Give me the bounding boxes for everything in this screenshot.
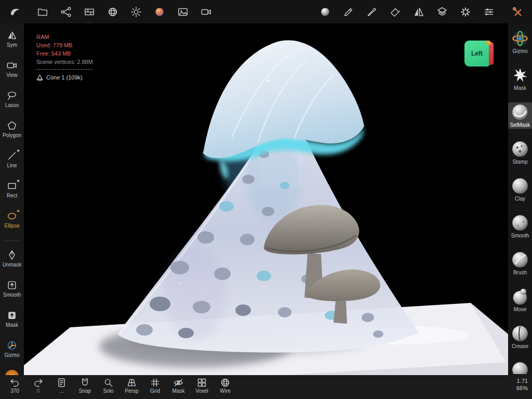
selected-object-row[interactable]: Cone 1 (109k) <box>36 73 93 82</box>
clipped-tool-item[interactable] <box>511 361 529 374</box>
ram-free: Free: 543 MB <box>36 49 93 58</box>
tool-item-mask[interactable]: Mask <box>508 65 532 92</box>
history-button[interactable]: ... <box>50 377 73 394</box>
tool-item-crease[interactable]: Crease <box>508 324 532 350</box>
clipped-rail-item[interactable] <box>5 370 19 375</box>
app-logo-button[interactable] <box>3 0 26 23</box>
tool-label: Mask <box>514 85 526 91</box>
action-item-gizmo[interactable]: Gizmo <box>0 340 24 358</box>
video-camera-icon <box>201 6 212 18</box>
undo-button[interactable]: 370 <box>3 377 26 394</box>
tool-item-selmask[interactable]: SelMask <box>508 102 532 129</box>
toggle-grid[interactable]: Grid <box>143 377 167 394</box>
scene-graph-button[interactable] <box>54 0 77 23</box>
polygon-icon <box>6 120 18 131</box>
viewport[interactable]: RAM Used: 779 MB Free: 543 MB Scene vert… <box>24 23 508 375</box>
voxel-cubes-icon <box>196 377 207 388</box>
matcap-button[interactable] <box>313 0 337 23</box>
layers-button[interactable] <box>430 0 454 23</box>
redo-button[interactable]: 0 <box>26 377 50 394</box>
stroke-item-label: Polygon <box>3 132 21 138</box>
tool-item-move[interactable]: Move <box>508 287 532 313</box>
paintbrush-icon <box>366 6 378 18</box>
image-button[interactable] <box>171 0 194 23</box>
interface-button[interactable] <box>477 0 500 23</box>
tool-item-stamp[interactable]: Stamp <box>508 139 532 166</box>
stroke-item-sym[interactable]: Sym <box>0 30 24 48</box>
tool-label: Clay <box>515 196 525 202</box>
toggle-persp[interactable]: Persp <box>120 377 143 394</box>
stroke-item-rect[interactable]: Rect <box>0 180 24 199</box>
pencil-button[interactable] <box>337 0 360 23</box>
scene-stats: RAM Used: 779 MB Free: 543 MB Scene vert… <box>36 33 93 82</box>
undo-count: 370 <box>10 388 19 394</box>
tool-item-brush[interactable]: Brush <box>508 250 532 276</box>
stroke-item-label: Sym <box>7 42 17 48</box>
action-item-mask[interactable]: Mask <box>0 310 24 328</box>
settings-button[interactable] <box>454 0 477 23</box>
tool-item-smooth[interactable]: Smooth <box>508 213 532 240</box>
view-cube-side-face[interactable] <box>489 42 494 65</box>
stroke-item-lasso[interactable]: Lasso <box>0 90 24 109</box>
toggle-voxel[interactable]: Voxel <box>190 377 214 394</box>
debug-tools-button[interactable] <box>506 0 529 23</box>
top-toolbar: ... <box>0 0 532 23</box>
stroke-item-view[interactable]: View <box>0 60 24 78</box>
camera-button[interactable] <box>194 0 218 23</box>
environment-sphere-icon <box>154 6 165 18</box>
tool-item-gizmo[interactable]: Gizmo <box>508 29 532 55</box>
selected-object-name: Cone 1 (109k) <box>46 73 83 82</box>
toggle-wire[interactable]: Wire <box>214 377 237 394</box>
action-item-unmask[interactable]: Unmask <box>0 249 24 268</box>
action-item-label: Smooth <box>3 292 21 298</box>
tool-label: Move <box>514 307 526 312</box>
crease-sphere-icon <box>511 324 529 343</box>
toggle-mask-visibility[interactable]: Mask <box>167 377 190 394</box>
toggle-snap[interactable]: Snap <box>73 377 97 394</box>
sculpt-scene <box>24 23 508 375</box>
lighting-button[interactable] <box>124 0 148 23</box>
view-cube-left-face[interactable]: Left <box>464 41 489 66</box>
bottom-toolbar: 370 0 ... Snap Solo <box>0 375 532 399</box>
perspective-grid-icon <box>126 377 137 388</box>
toggle-label: Snap <box>79 388 91 394</box>
option-dot <box>17 180 19 182</box>
view-cube-face-label: Left <box>471 50 483 57</box>
rectangle-icon <box>6 180 18 192</box>
action-item-smooth[interactable]: Smooth <box>0 280 24 298</box>
gear-icon <box>460 6 471 18</box>
stroke-item-ellipse[interactable]: Ellipse <box>0 210 24 229</box>
lasso-icon <box>6 90 18 101</box>
toggle-label: Solo <box>103 388 113 394</box>
scene-vertices: Scene vertices: 2.88M <box>36 58 93 66</box>
tool-label: Smooth <box>511 233 529 238</box>
tool-item-clay[interactable]: Clay <box>508 176 532 203</box>
tool-label: SelMask <box>510 122 530 128</box>
brush-sphere-icon <box>511 250 529 269</box>
toggle-label: Persp <box>125 388 138 394</box>
environment-button[interactable] <box>148 0 171 23</box>
stroke-item-line[interactable]: Line <box>0 150 24 169</box>
view-cube[interactable]: Left <box>464 41 494 66</box>
stroke-item-polygon[interactable]: Polygon <box>0 120 24 139</box>
flatten-button[interactable] <box>383 0 407 23</box>
layers-icon <box>436 6 448 18</box>
files-button[interactable] <box>31 0 54 23</box>
view-cube-corner[interactable] <box>486 41 491 45</box>
symmetry-button[interactable] <box>407 0 430 23</box>
toggle-solo[interactable]: Solo <box>97 377 120 394</box>
option-dot <box>17 150 19 152</box>
redo-icon <box>33 377 44 388</box>
ram-used: Used: 779 MB <box>36 41 93 49</box>
right-toolbar: Gizmo Mask SelMask Stamp Clay <box>508 23 532 375</box>
paint-button[interactable] <box>360 0 383 23</box>
nib-icon <box>6 249 18 261</box>
magnet-icon <box>79 377 90 388</box>
rail-divider <box>4 241 20 241</box>
topology-button[interactable]: ... <box>77 0 101 23</box>
notes-icon <box>56 377 67 388</box>
material-button[interactable] <box>101 0 124 23</box>
gizmo-axes-icon <box>6 340 18 351</box>
stroke-item-label: Line <box>7 163 17 168</box>
pencil-icon <box>343 6 354 18</box>
